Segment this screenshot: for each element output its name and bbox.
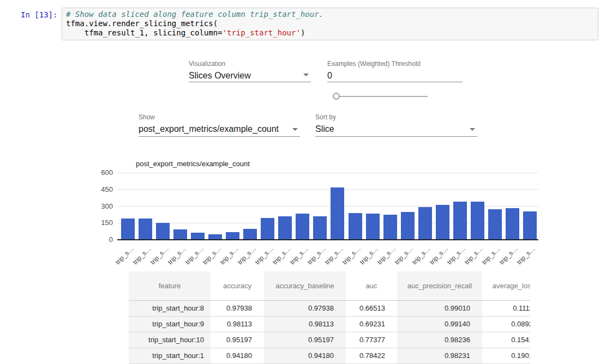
x-axis-label: trip_s… [316,245,345,273]
slider-handle[interactable] [333,93,340,100]
x-axis-label: trip_s… [404,245,432,273]
table-header-row: featureaccuracyaccuracy_baselineaucauc_p… [129,271,530,300]
y-axis-tick-label: 300 [90,202,113,210]
table-row: trip_start_hour:80.979380.979380.665130.… [129,300,530,316]
code-text: ) [301,28,305,37]
x-axis-label: trip_s… [351,245,380,273]
feature-cell: trip_start_hour:9 [129,316,211,332]
x-axis-label: trip_s… [439,245,467,273]
chart-bar[interactable] [349,213,362,240]
chevron-down-icon [470,128,475,131]
metric-cell: 0.98113 [264,316,346,332]
threshold-slider[interactable] [331,90,431,102]
x-axis-label: trip_s… [176,245,205,273]
x-axis-label: trip_s… [508,245,537,273]
y-axis-tick-label: 150 [90,219,113,227]
chart-bar[interactable] [523,211,537,240]
chart-bar[interactable] [506,208,519,240]
metric-cell: 0.98113 [211,316,264,332]
chart-bar[interactable] [453,202,467,240]
legend-label: post_export_metrics/example_count [136,160,250,168]
visualization-value: Slices Overview [189,71,311,80]
metric-cell: 0.66513 [346,300,397,316]
chart-bar[interactable] [156,223,170,240]
metric-cell: 0.0892 [482,316,530,332]
metric-cell: 0.97938 [211,300,264,316]
x-axis-label: trip_s… [194,245,222,273]
chart-bar[interactable] [313,216,327,240]
gridline [117,173,538,173]
table-body: trip_start_hour:80.979380.979380.665130.… [129,300,530,363]
table-row: trip_start_hour:10.941800.941800.784220.… [129,348,530,363]
chart-bar[interactable] [208,234,222,240]
code-text: tfma_result_1, slicing_column= [66,28,223,37]
metric-cell: 0.97938 [264,300,346,316]
x-axis-label: trip_s… [229,245,257,273]
x-axis-label: trip_s… [369,245,397,273]
metric-cell: 0.94180 [211,348,264,363]
notebook-output: In [13]: # Show data sliced along featur… [0,0,606,364]
chart-bar[interactable] [173,229,187,240]
metric-cell: 0.98231 [397,348,482,363]
table-column-header: feature [129,271,211,300]
chart-bar[interactable] [121,219,135,240]
metric-cell: 0.99010 [397,300,482,316]
x-axis-label: trip_s… [246,245,274,273]
table-column-header: auc [346,271,397,300]
show-label: Show [139,114,300,120]
x-axis-label: trip_s… [456,245,484,273]
x-axis-label: trip_s… [473,245,502,273]
metric-cell: 0.95197 [264,332,346,348]
metric-cell: 0.1541 [482,332,530,348]
x-axis-label: trip_s… [124,245,152,273]
chart-bar[interactable] [243,229,257,240]
chart-bar[interactable] [226,232,239,240]
chart-legend: post_export_metrics/example_count [119,160,250,168]
slices-bar-chart: 6004503001500trip_s…trip_s…trip_s…trip_s… [0,0,606,272]
sort-by-select[interactable]: Sort by Slice [315,114,477,137]
chart-bar[interactable] [488,209,502,240]
chart-bar[interactable] [261,218,274,240]
x-axis-label: trip_s… [334,245,362,273]
chart-bar[interactable] [418,207,432,240]
chart-bar[interactable] [296,214,309,240]
metrics-table-grid: featureaccuracyaccuracy_baselineaucauc_p… [129,271,530,364]
visualization-select[interactable]: Visualization Slices Overview [189,60,311,82]
threshold-label: Examples (Weighted) Threshold [327,60,463,67]
x-axis-label: trip_s… [263,245,292,273]
chart-bar[interactable] [366,214,380,240]
visualization-label: Visualization [189,60,311,67]
metric-cell: 0.77377 [346,332,397,348]
show-metric-select[interactable]: Show post_export_metrics/example_count [139,114,300,137]
table-column-header: auc_precision_recall [397,271,482,300]
x-axis-label: trip_s… [421,245,449,273]
chart-bar[interactable] [471,202,484,240]
chart-bar[interactable] [139,219,152,240]
feature-cell: trip_start_hour:8 [129,300,211,316]
x-axis-label: trip_s… [211,245,239,273]
chart-bar[interactable] [436,205,449,240]
chart-bar[interactable] [331,187,344,240]
chevron-down-icon [292,128,298,131]
chart-bar[interactable] [383,215,397,240]
show-value: post_export_metrics/example_count [139,125,300,134]
x-axis-label: trip_s… [106,245,135,273]
threshold-input[interactable]: Examples (Weighted) Threshold 0 [327,60,463,82]
chart-bar[interactable] [191,233,205,240]
x-axis-label: trip_s… [159,245,187,273]
chevron-down-icon [303,74,309,76]
y-axis-tick-label: 450 [90,185,113,193]
code-string-literal: 'trip_start_hour' [223,28,301,37]
metric-cell: 0.95197 [211,332,264,348]
slider-track[interactable] [334,96,428,97]
table-column-header: average_loss [482,271,530,300]
chart-bar[interactable] [401,212,415,240]
code-input-area[interactable]: # Show data sliced along feature column … [62,8,598,40]
code-comment: # Show data sliced along feature column … [66,10,594,19]
legend-swatch [119,160,130,168]
y-axis-tick-label: 600 [90,168,113,177]
threshold-value: 0 [327,71,463,80]
x-axis-label: trip_s… [141,245,170,273]
sort-by-value: Slice [315,125,477,134]
chart-bar[interactable] [278,216,292,240]
